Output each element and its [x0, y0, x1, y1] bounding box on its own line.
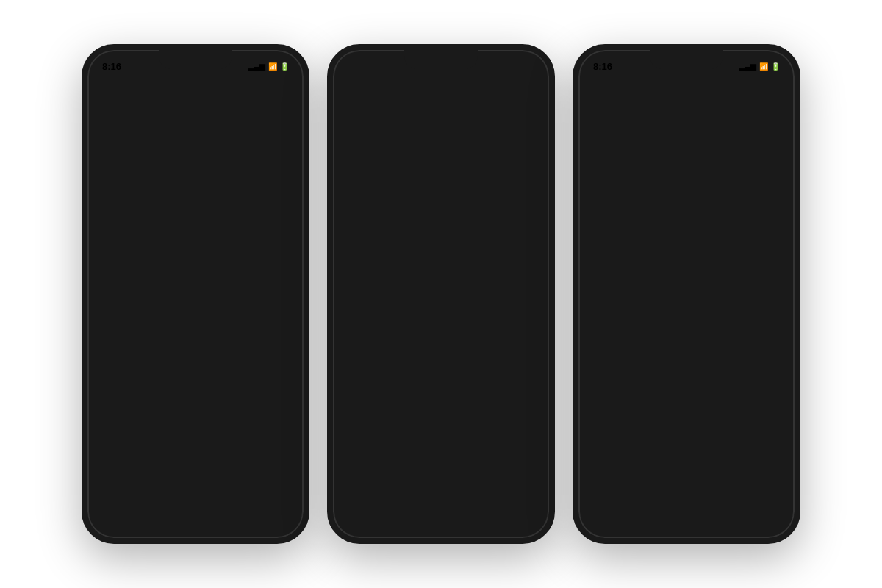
going-green-text: You're going green with Comfort Electric [99, 326, 292, 348]
ride-list-container: Choose a ride, or swipe up for more 🚗 Ub… [578, 315, 795, 538]
work-label-text: Work [259, 85, 282, 96]
work-label-1[interactable]: Work › [254, 82, 293, 98]
time-1: 8:16 [102, 61, 121, 72]
home-label-3[interactable]: Home › [709, 258, 750, 274]
comfort-info: Comfort Electric 👤4 8:36am · 5 min away [639, 409, 747, 431]
uberx-price: $10.34 [754, 368, 786, 379]
comfort-name: Comfort Electric 👤4 [639, 409, 747, 420]
nav-explore[interactable]: ✈️ Explore [419, 533, 463, 538]
ev-banner-title: ⚡ Electrify your ride [354, 129, 473, 159]
ride-label: Ride [362, 268, 379, 276]
home-header-2: 👤 [333, 67, 549, 105]
more-icon-box: ••• [492, 282, 530, 320]
payment-row-1[interactable]: VISA ···· 1059 › [99, 455, 292, 478]
location-tree-icon: 🌳 [358, 488, 373, 502]
location-chase[interactable]: 🚗 Chase Center 1 Warriors Way, San Franc… [352, 385, 530, 427]
ride-item-uberx[interactable]: 🚗 UberX 8:31am $10.34 [587, 351, 786, 397]
home-label-1[interactable]: Home › [218, 248, 259, 274]
car-icon-1: 🚗 [172, 355, 220, 400]
work-chevron-icon-3: › [775, 85, 778, 96]
ride-card-1: You're going green with Comfort Electric… [87, 315, 304, 538]
payment-row-3[interactable]: VISA ···· 1059 › [587, 495, 786, 519]
clock-icon: 🕐 [481, 363, 492, 373]
comfort-car-icon: 🚗⚡ [587, 406, 631, 434]
bottom-actions-1: Choose Comfort Electric 📅 [99, 484, 292, 518]
service-reserve[interactable]: 📅 Reserve [491, 226, 532, 276]
ride-item-black[interactable]: 🚙 Black 8:38am $29.95 [587, 443, 786, 490]
location-sfo[interactable]: ✈️ San Francisco International Airport 7… [352, 427, 530, 474]
where-to-row: Where to? 🕐 Now ▾ [352, 359, 530, 378]
passenger-icon-1: 👤4 [201, 412, 218, 423]
scroll-indicator-1 [99, 315, 292, 326]
comfort-price: $17.21 [754, 414, 786, 426]
hourly-icon: ⏱️ [360, 291, 382, 312]
choose-button-3[interactable]: Choose Comfort Electric [587, 526, 746, 538]
work-label-3[interactable]: Work › [745, 82, 784, 98]
service-vaccine[interactable]: 💉 Vaccine [444, 282, 485, 332]
sfo-addr: 780 McDonnell Rd, San Francisco [386, 457, 530, 466]
service-ride[interactable]: 🚗 Ride [351, 226, 392, 276]
status-icons-3: ▂▄▆ 📶 🔋 [739, 62, 780, 71]
payment-chevron-1: › [279, 461, 283, 473]
schedule-button-3[interactable]: 📅 [752, 525, 786, 538]
grocery-icon-box: 🛒 [445, 226, 484, 265]
rent-icon: 🔑 [406, 291, 429, 312]
black-meta: 8:38am [639, 468, 747, 477]
service-grocery[interactable]: 🛒 Grocery [444, 226, 485, 276]
payment-info-1: VISA ···· 1059 [108, 462, 165, 472]
vaccine-icon-box: 💉 [445, 282, 484, 320]
now-label: Now [495, 363, 514, 373]
ride-info-1: Comfort Electric 👤4 8:36am · 5 min away … [99, 409, 292, 436]
work-label-text-3: Work [750, 85, 772, 96]
ride-list: 🚗 UberX 8:31am $10.34 🚗⚡ [578, 351, 795, 490]
grocery-label: Grocery [450, 268, 478, 276]
chase-name: Chase Center [386, 395, 530, 406]
phone-2: 8:16 ▂▄▆ 📶 🔋 👤 ⚡ Electrify your r [327, 44, 555, 544]
location-ggp[interactable]: 🌳 Golden Gate Park [352, 474, 530, 516]
service-food[interactable]: 🍜 Food [398, 226, 439, 276]
payment-info-3: VISA ···· 1059 [596, 502, 653, 512]
signal-icon: ▂▄▆ [248, 62, 265, 71]
back-button-1[interactable]: ← [98, 82, 121, 106]
ride-name-text: Comfort Electric [99, 409, 196, 424]
svg-rect-18 [242, 112, 249, 123]
location-car-icon: 🚗 [358, 399, 373, 413]
ride-icon-box: 🚗 [352, 226, 390, 265]
services-section: Promo 🚗 Ride 🍜 Food 🛒 Grocery [342, 198, 540, 341]
service-more[interactable]: ••• More [491, 282, 532, 332]
chase-icon: 🚗 [352, 392, 379, 419]
nav-activity[interactable]: 🕐 Activity [491, 533, 535, 538]
five-min-badge-3: 5MIN [687, 240, 710, 262]
ride-name-1: Comfort Electric 👤4 [99, 409, 218, 424]
lightning-icon-left: ⚡ [354, 136, 370, 152]
avatar-button-2[interactable]: 👤 [514, 73, 537, 96]
ride-icon: 🚗 [360, 235, 382, 256]
schedule-button-1[interactable]: 📅 [258, 484, 292, 518]
service-hourly[interactable]: ⏱️ Hourly [351, 282, 392, 332]
service-rent[interactable]: 🔑 Rent [398, 282, 439, 332]
hourly-icon-box: ⏱️ [352, 282, 390, 320]
battery-icon: 🔋 [280, 62, 289, 71]
now-button[interactable]: 🕐 Now ▾ [473, 359, 530, 378]
services-grid: 🚗 Ride 🍜 Food 🛒 Grocery 📅 Reserve [351, 226, 531, 332]
scroll-indicator-3 [578, 319, 795, 330]
lightning-icon-right: ⚡ [492, 162, 510, 178]
work-chevron-icon: › [284, 85, 287, 96]
uberx-car-icon: 🚗 [587, 359, 631, 387]
ride-item-comfort[interactable]: 🚗⚡ Comfort Electric 👤4 8:36am · 5 min aw… [578, 397, 795, 443]
ev-banner[interactable]: ⚡ Electrify your ride Request an EV → 🚗 … [342, 111, 540, 190]
chase-text: Chase Center 1 Warriors Way, San Francis… [386, 395, 530, 416]
activity-nav-icon: 🕐 [504, 533, 523, 538]
chase-addr: 1 Warriors Way, San Francisco [386, 407, 530, 416]
comfort-meta: 8:36am · 5 min away [639, 422, 747, 431]
home-nav-icon: 🏠 [360, 533, 379, 538]
home-chevron-icon: › [251, 257, 254, 267]
battery-icon-2: 🔋 [526, 57, 534, 65]
nav-home[interactable]: 🏠 Home [347, 533, 391, 538]
food-label: Food [409, 268, 427, 276]
choose-button-1[interactable]: Choose Comfort Electric [99, 486, 252, 517]
food-icon-box: 🍜 [398, 226, 437, 265]
back-button-3[interactable]: ← [589, 82, 612, 106]
where-to-section[interactable]: Where to? 🕐 Now ▾ 🚗 Chase Center 1 Warri… [342, 348, 540, 526]
home-label-text: Home [223, 257, 248, 267]
